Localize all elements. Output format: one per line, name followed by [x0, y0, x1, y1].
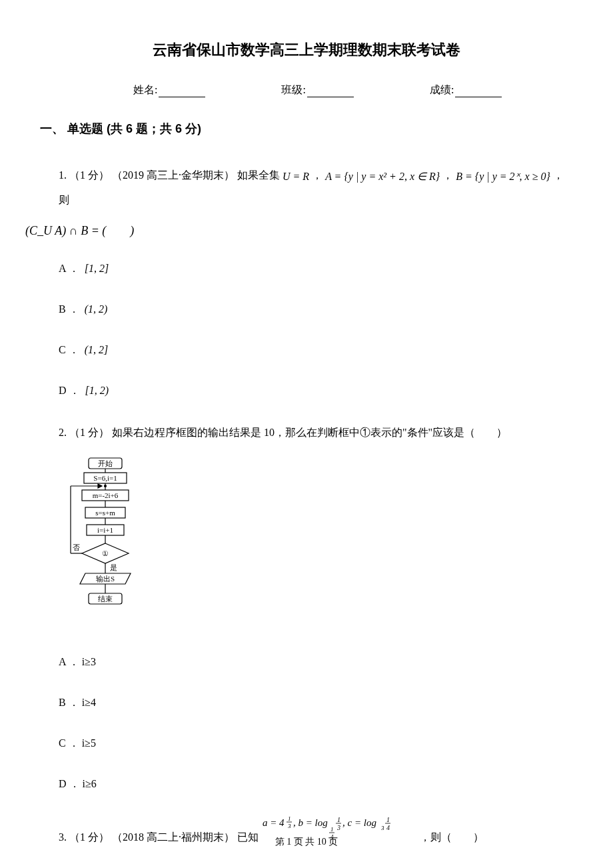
class-label: 班级: — [281, 84, 305, 95]
svg-text:1: 1 — [288, 815, 291, 822]
svg-text:1: 1 — [330, 826, 334, 833]
flow-end: 结束 — [98, 595, 113, 603]
q1-optD-math: [1, 2) — [85, 379, 109, 402]
q1-sep2: ， — [442, 169, 456, 181]
class-blank — [307, 87, 354, 97]
q1-sep1: ， — [312, 169, 325, 181]
q2-option-c: C ． i≥5 — [59, 731, 573, 755]
q1-optD-label: D ． — [59, 379, 80, 402]
flow-cond: ① — [102, 549, 109, 557]
q1-optB-label: B ． — [59, 297, 79, 321]
q2-option-b: B ． i≥4 — [59, 691, 573, 714]
q1-option-c: C ． (1, 2] — [59, 338, 573, 361]
flowchart-svg: 开始 S=6,i=1 m=-2i+6 s=s+m i=i+1 — [59, 457, 159, 630]
q2-options: A ． i≥3 B ． i≥4 C ． i≥5 D ． i≥6 — [59, 650, 573, 796]
q1-math-a: A = {y | y = x² + 2, x ∈ R} — [325, 165, 440, 188]
svg-text:3: 3 — [287, 823, 291, 829]
q1-stem: 1. （1 分） （2019 高三上·金华期末） 如果全集 U = R ， A … — [59, 163, 573, 245]
q1-prefix: 1. （1 分） （2019 高三上·金华期末） 如果全集 — [59, 169, 283, 181]
svg-text:a = 4: a = 4 — [263, 817, 285, 828]
section-heading: 一、 单选题 (共 6 题；共 6 分) — [40, 121, 573, 137]
flow-output: 输出S — [96, 575, 115, 583]
q1-optA-label: A ． — [59, 257, 79, 280]
q1-math-u: U = R — [283, 165, 309, 188]
flow-step1: m=-2i+6 — [93, 491, 119, 499]
score-label: 成绩: — [430, 84, 454, 95]
flow-no: 否 — [73, 543, 80, 551]
q1-options: A ． [1, 2] B ． (1, 2) C ． (1, 2] D ． [1,… — [59, 257, 573, 403]
q1-optC-math: (1, 2] — [85, 338, 109, 361]
svg-text:3: 3 — [380, 825, 384, 831]
page-footer: 第 1 页 共 10 页 — [0, 836, 613, 848]
q2-stem: 2. （1 分） 如果右边程序框图的输出结果是 10，那么在判断框中①表示的"条… — [59, 421, 573, 444]
name-blank — [159, 87, 205, 97]
flow-yes: 是 — [110, 563, 117, 571]
svg-text:, b = log: , b = log — [293, 817, 328, 828]
question-2: 2. （1 分） 如果右边程序框图的输出结果是 10，那么在判断框中①表示的"条… — [40, 421, 573, 795]
flow-start: 开始 — [98, 459, 113, 467]
flowchart: 开始 S=6,i=1 m=-2i+6 s=s+m i=i+1 — [59, 457, 573, 630]
q1-option-b: B ． (1, 2) — [59, 297, 573, 321]
svg-text:, c = log: , c = log — [342, 817, 376, 828]
q1-math-result: (C_U A) ∩ B = ( ) — [25, 218, 573, 245]
q1-optA-math: [1, 2] — [85, 257, 109, 280]
header-fields: 姓名: 班级: 成绩: — [40, 83, 573, 97]
page-title: 云南省保山市数学高三上学期理数期末联考试卷 — [40, 40, 573, 60]
q2-option-d: D ． i≥6 — [59, 772, 573, 795]
q1-optC-label: C ． — [59, 338, 79, 361]
q1-math-b: B = {y | y = 2ˣ, x ≥ 0} — [456, 165, 550, 188]
svg-point-4 — [105, 485, 107, 487]
svg-text:1: 1 — [337, 816, 340, 823]
flow-init: S=6,i=1 — [93, 474, 117, 482]
q1-option-d: D ． [1, 2) — [59, 379, 573, 402]
flow-step2: s=s+m — [95, 509, 115, 517]
svg-marker-15 — [98, 484, 102, 488]
q1-option-a: A ． [1, 2] — [59, 257, 573, 280]
question-1: 1. （1 分） （2019 高三上·金华期末） 如果全集 U = R ， A … — [40, 163, 573, 402]
svg-text:1: 1 — [386, 816, 390, 823]
svg-text:3: 3 — [336, 824, 340, 831]
score-blank — [455, 87, 502, 97]
q1-optB-math: (1, 2) — [85, 297, 108, 321]
name-label: 姓名: — [133, 84, 157, 95]
q2-option-a: A ． i≥3 — [59, 650, 573, 673]
svg-text:4: 4 — [386, 824, 390, 831]
flow-step3: i=i+1 — [97, 526, 113, 534]
